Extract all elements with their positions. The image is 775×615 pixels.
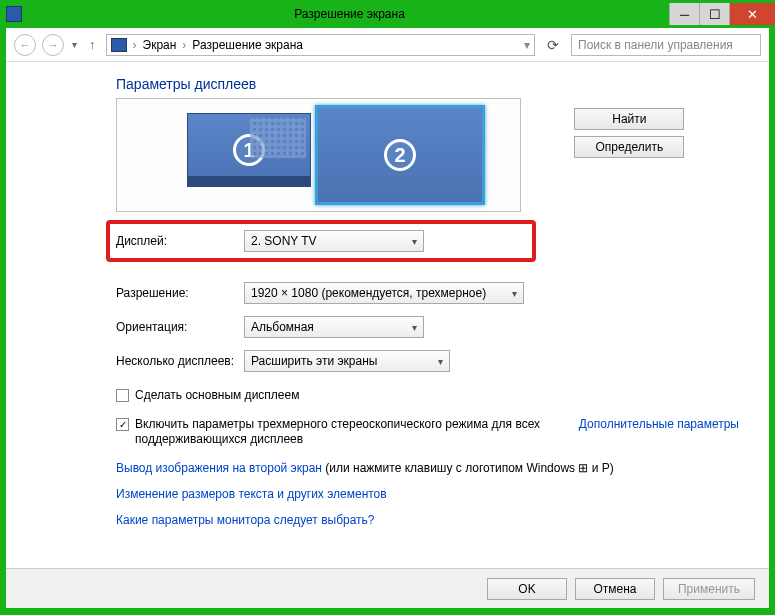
window-controls: ─ ☐ ✕ [669,3,775,25]
which-settings-link[interactable]: Какие параметры монитора следует выбрать… [116,513,739,527]
apply-button[interactable]: Применить [663,578,755,600]
orientation-select[interactable]: Альбомная [244,316,424,338]
make-main-label: Сделать основным дисплеем [135,388,299,403]
app-icon [6,6,22,22]
orientation-label: Ориентация: [116,320,244,334]
search-input[interactable]: Поиск в панели управления [571,34,761,56]
address-bar[interactable]: › Экран › Разрешение экрана ▾ [106,34,536,56]
bottom-bar: OK Отмена Применить [6,568,769,608]
stereo-checkbox[interactable] [116,418,129,431]
page-title: Параметры дисплеев [116,76,739,92]
stereo-label: Включить параметры трехмерного стереоско… [135,417,555,447]
up-button[interactable]: ↑ [85,37,100,52]
ok-button[interactable]: OK [487,578,567,600]
display-select[interactable]: 2. SONY TV [244,230,424,252]
display-preview[interactable]: 1 2 [116,98,521,212]
cancel-button[interactable]: Отмена [575,578,655,600]
titlebar[interactable]: Разрешение экрана ─ ☐ ✕ [0,0,775,28]
minimize-button[interactable]: ─ [669,3,699,25]
monitor-2[interactable]: 2 [315,105,485,205]
chevron-right-icon: › [182,38,186,52]
breadcrumb-item[interactable]: Разрешение экрана [192,38,303,52]
history-dropdown-icon[interactable]: ▾ [70,39,79,50]
chevron-down-icon[interactable]: ▾ [524,38,530,52]
window-title: Разрешение экрана [30,7,669,21]
monitor-taskbar-icon [188,176,310,186]
display-label: Дисплей: [116,234,244,248]
multi-display-select[interactable]: Расширить эти экраны [244,350,450,372]
resolution-label: Разрешение: [116,286,244,300]
second-screen-link[interactable]: Вывод изображения на второй экран (или н… [116,461,739,475]
breadcrumb-item[interactable]: Экран [143,38,177,52]
chevron-right-icon: › [133,38,137,52]
resolution-select[interactable]: 1920 × 1080 (рекомендуется, трехмерное) [244,282,524,304]
monitor-wallpaper-icon [250,118,306,158]
monitor-number: 2 [384,139,416,171]
navigation-bar: ← → ▾ ↑ › Экран › Разрешение экрана ▾ ⟳ … [6,28,769,62]
advanced-settings-link[interactable]: Дополнительные параметры [579,417,739,431]
back-button[interactable]: ← [14,34,36,56]
maximize-button[interactable]: ☐ [699,3,729,25]
window-frame: Разрешение экрана ─ ☐ ✕ ← → ▾ ↑ › Экран … [0,0,775,615]
refresh-button[interactable]: ⟳ [541,37,565,53]
find-button[interactable]: Найти [574,108,684,130]
identify-button[interactable]: Определить [574,136,684,158]
make-main-checkbox[interactable] [116,389,129,402]
highlighted-row: Дисплей: 2. SONY TV [106,220,536,262]
text-size-link[interactable]: Изменение размеров текста и других элеме… [116,487,739,501]
monitor-1[interactable]: 1 [187,113,311,187]
close-button[interactable]: ✕ [729,3,775,25]
multi-display-label: Несколько дисплеев: [116,354,244,368]
search-placeholder: Поиск в панели управления [578,38,733,52]
forward-button[interactable]: → [42,34,64,56]
content-area: Параметры дисплеев 1 2 Найти Определить … [6,62,769,568]
location-icon [111,38,127,52]
